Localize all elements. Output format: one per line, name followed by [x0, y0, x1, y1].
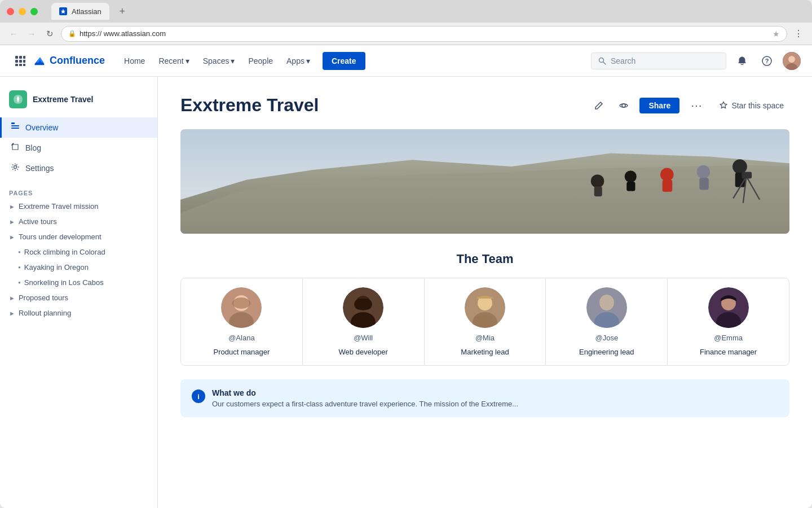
- forward-button[interactable]: →: [25, 27, 38, 41]
- main-layout: Exxtreme Travel Overview Blog: [0, 77, 812, 508]
- team-card-alana[interactable]: @Alana Product manager: [181, 278, 303, 365]
- page-chevron-icon: ►: [9, 203, 15, 210]
- svg-rect-2: [23, 56, 25, 59]
- sidebar-settings-label: Settings: [25, 164, 54, 173]
- sidebar-navigation: Overview Blog Settings: [0, 117, 157, 178]
- browser-tab[interactable]: Atlassian: [51, 3, 109, 20]
- info-box: i What we do Our customers expect a firs…: [180, 379, 789, 417]
- tab-title: Atlassian: [72, 7, 102, 16]
- page-bullet-icon: ●: [18, 249, 21, 255]
- page-label: Snorkeling in Los Cabos: [24, 278, 104, 287]
- page-tree-item-3[interactable]: ● Rock climbing in Colorad: [0, 244, 157, 260]
- nav-home[interactable]: Home: [118, 53, 151, 69]
- page-tree-item-2[interactable]: ► Tours under development: [0, 229, 157, 244]
- sidebar-space-name: Exxtreme Travel: [33, 95, 93, 104]
- team-handle-will: @Will: [354, 334, 373, 342]
- notifications-button[interactable]: [733, 52, 751, 70]
- team-role-alana: Product manager: [214, 348, 270, 356]
- user-avatar[interactable]: [783, 52, 801, 70]
- team-handle-mia: @Mia: [475, 334, 495, 342]
- grid-menu-icon[interactable]: [11, 52, 29, 70]
- new-tab-button[interactable]: +: [116, 5, 129, 17]
- spaces-chevron-icon: ▾: [231, 56, 235, 65]
- page-tree-item-0[interactable]: ► Exxtreme Travel mission: [0, 199, 157, 214]
- search-placeholder: Search: [611, 56, 636, 65]
- page-label: Exxtreme Travel mission: [19, 202, 99, 211]
- svg-rect-1: [19, 56, 22, 59]
- info-icon: i: [192, 389, 205, 403]
- page-chevron-icon: ►: [9, 310, 15, 317]
- sidebar-item-blog[interactable]: Blog: [0, 138, 157, 158]
- search-bar[interactable]: Search: [591, 52, 726, 69]
- blog-icon: [11, 142, 20, 154]
- help-button[interactable]: ?: [758, 52, 776, 70]
- svg-rect-8: [23, 64, 25, 66]
- team-handle-jose: @Jose: [595, 334, 618, 342]
- page-tree-item-4[interactable]: ● Kayaking in Oregon: [0, 260, 157, 275]
- page-chevron-icon: ►: [9, 218, 15, 225]
- content-area: Exxtreme Travel Share ⋯ Star this space: [158, 77, 812, 508]
- page-tree-item-1[interactable]: ► Active tours: [0, 214, 157, 229]
- settings-icon: [11, 163, 20, 174]
- svg-point-20: [14, 166, 17, 169]
- team-handle-alana: @Alana: [228, 334, 254, 342]
- nav-recent[interactable]: Recent ▾: [153, 53, 195, 69]
- confluence-logo[interactable]: Confluence: [34, 55, 105, 67]
- page-tree-item-6[interactable]: ► Proposed tours: [0, 290, 157, 305]
- svg-point-42: [232, 297, 250, 309]
- sidebar-item-overview[interactable]: Overview: [0, 117, 157, 138]
- edit-button[interactable]: [590, 97, 608, 115]
- sidebar-overview-label: Overview: [25, 123, 58, 132]
- create-button[interactable]: Create: [323, 52, 365, 70]
- team-avatar-emma: [708, 287, 749, 328]
- team-card-mia[interactable]: @Mia Marketing lead: [425, 278, 546, 365]
- back-button[interactable]: ←: [7, 27, 20, 41]
- more-options-button[interactable]: ⋯: [686, 97, 707, 115]
- svg-rect-0: [15, 56, 18, 59]
- team-role-emma: Finance manager: [700, 348, 757, 356]
- page-bullet-icon: ●: [18, 280, 21, 285]
- view-button[interactable]: [615, 97, 633, 115]
- sidebar-space-header: Exxtreme Travel: [0, 86, 157, 117]
- minimize-button[interactable]: [19, 8, 26, 15]
- page-chevron-icon: ►: [9, 295, 15, 301]
- svg-line-10: [603, 62, 606, 64]
- svg-rect-18: [11, 125, 19, 126]
- team-avatar-mia: [465, 287, 505, 328]
- page-actions: Share ⋯ Star this space: [590, 97, 789, 115]
- star-space-label: Star this space: [731, 101, 784, 110]
- team-card-jose[interactable]: @Jose Engineering lead: [546, 278, 668, 365]
- address-bar[interactable]: 🔒 https:// www.atlassian.com ★: [61, 26, 787, 42]
- page-label: Kayaking in Oregon: [24, 263, 89, 271]
- star-space-button[interactable]: Star this space: [713, 98, 789, 113]
- overview-icon: [11, 122, 20, 133]
- page-label: Tours under development: [19, 233, 102, 241]
- page-bullet-icon: ●: [18, 265, 21, 270]
- browser-menu-button[interactable]: ⋮: [792, 27, 805, 41]
- info-title: What we do: [212, 388, 518, 397]
- nav-apps[interactable]: Apps ▾: [281, 53, 316, 69]
- svg-point-51: [599, 295, 614, 310]
- svg-rect-6: [15, 64, 18, 66]
- lock-icon: 🔒: [68, 30, 76, 37]
- svg-rect-5: [23, 60, 25, 63]
- team-card-will[interactable]: @Will Web developer: [303, 278, 425, 365]
- page-tree-item-5[interactable]: ● Snorkeling in Los Cabos: [0, 275, 157, 290]
- close-button[interactable]: [7, 8, 14, 15]
- nav-spaces[interactable]: Spaces ▾: [197, 53, 241, 69]
- nav-people[interactable]: People: [242, 53, 279, 69]
- page-tree-item-7[interactable]: ► Rollout planning: [0, 305, 157, 321]
- browser-titlebar: Atlassian +: [0, 0, 812, 23]
- maximize-button[interactable]: [30, 8, 38, 15]
- page-header: Exxtreme Travel Share ⋯ Star this space: [180, 95, 789, 116]
- refresh-button[interactable]: ↻: [43, 27, 56, 41]
- bookmark-icon[interactable]: ★: [773, 29, 780, 38]
- share-button[interactable]: Share: [639, 98, 679, 113]
- page-label: Rollout planning: [19, 309, 71, 317]
- svg-point-27: [625, 170, 637, 182]
- svg-rect-19: [11, 128, 19, 129]
- page-chevron-icon: ►: [9, 234, 15, 240]
- svg-rect-28: [626, 182, 635, 191]
- sidebar-item-settings[interactable]: Settings: [0, 158, 157, 178]
- team-card-emma[interactable]: @Emma Finance manager: [668, 278, 789, 365]
